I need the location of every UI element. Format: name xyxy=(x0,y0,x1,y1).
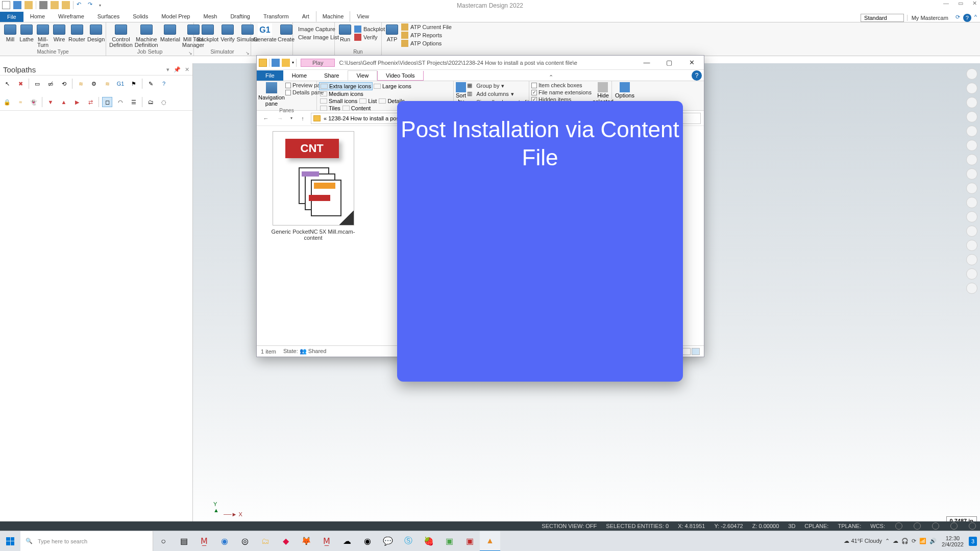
app-brave-icon[interactable]: ◆ xyxy=(276,531,296,552)
qat-print-icon[interactable] xyxy=(39,1,47,9)
tab-file[interactable]: File xyxy=(0,12,23,22)
sync-icon[interactable]: ⟳ xyxy=(955,14,960,22)
atp-options-button[interactable]: ATP Options xyxy=(401,40,452,47)
tab-transform[interactable]: Transform xyxy=(257,11,296,22)
explorer-close-button[interactable]: ✕ xyxy=(680,56,703,70)
add-columns-button[interactable]: ▥Add columns ▾ xyxy=(467,90,529,97)
verify-button[interactable]: Verify xyxy=(220,23,235,42)
app-firefox-icon[interactable]: 🦊 xyxy=(296,531,316,552)
tray-headset-icon[interactable]: 🎧 xyxy=(901,538,909,544)
app-signal-icon[interactable]: 💬 xyxy=(378,531,398,552)
app-mastercam22b-icon[interactable]: M̲ xyxy=(316,531,337,552)
minimize-button[interactable]: — xyxy=(943,0,949,7)
rail-more4[interactable] xyxy=(966,268,977,280)
tab-surfaces[interactable]: Surfaces xyxy=(91,11,126,22)
tab-view[interactable]: View xyxy=(350,11,376,22)
tp-list-icon[interactable]: ☰ xyxy=(129,97,139,107)
panel-dropdown-icon[interactable]: ▾ xyxy=(166,66,169,73)
router-button[interactable]: Router xyxy=(68,23,85,48)
tab-wireframe[interactable]: Wireframe xyxy=(52,11,91,22)
app-recorder-icon[interactable]: ▣ xyxy=(459,531,480,552)
mill-turn-button[interactable]: Mill-Turn xyxy=(36,23,50,48)
tp-flag-icon[interactable]: ⚑ xyxy=(129,79,139,89)
tab-machine[interactable]: Machine xyxy=(316,11,351,22)
tab-art[interactable]: Art xyxy=(296,11,316,22)
app-edge-icon[interactable]: ◉ xyxy=(214,531,235,552)
filename-ext-toggle[interactable]: ✓File name extensions xyxy=(531,89,592,95)
mill-button[interactable]: Mill xyxy=(3,23,17,48)
tp-help-icon[interactable]: ? xyxy=(159,79,169,89)
tab-model-prep[interactable]: Model Prep xyxy=(155,11,197,22)
wire-button[interactable]: Wire xyxy=(52,23,66,48)
job-setup-launcher-icon[interactable]: ↘ xyxy=(188,51,192,56)
nav-forward-button[interactable]: → xyxy=(274,112,286,124)
group-by-button[interactable]: ▦Group by ▾ xyxy=(467,82,529,89)
layout-small[interactable]: Small icons xyxy=(319,97,358,105)
item-checkboxes-toggle[interactable]: Item check boxes xyxy=(531,82,592,88)
atp-button[interactable]: ATP xyxy=(385,23,399,47)
rail-more1[interactable] xyxy=(966,226,977,237)
lathe-button[interactable]: Lathe xyxy=(19,23,34,48)
tray-sync-icon[interactable]: ⟳ xyxy=(912,538,916,544)
status-orb3-icon[interactable] xyxy=(932,522,939,530)
app-cloud-icon[interactable]: ☁ xyxy=(337,531,357,552)
create-button[interactable]: Create xyxy=(278,23,295,42)
tab-solids[interactable]: Solids xyxy=(126,11,155,22)
tp-stack-icon[interactable]: ≋ xyxy=(102,79,112,89)
atp-current-file-button[interactable]: ATP Current File xyxy=(401,23,452,31)
tp-g1-icon[interactable]: G1 xyxy=(115,79,126,89)
tp-tree-icon[interactable]: 🗂 xyxy=(145,97,156,107)
tp-gear-icon[interactable]: ⚙ xyxy=(89,79,99,89)
maximize-button[interactable]: ▭ xyxy=(958,0,963,7)
notifications-icon[interactable]: 3 xyxy=(969,537,977,546)
nav-back-button[interactable]: ← xyxy=(260,112,272,124)
close-button[interactable]: ✕ xyxy=(972,0,977,7)
status-orb1-icon[interactable] xyxy=(895,522,902,530)
image-capture-button[interactable]: Image Capture xyxy=(296,26,331,33)
run-verify-button[interactable]: Verify xyxy=(354,34,385,41)
explorer-help-icon[interactable]: ? xyxy=(692,70,702,81)
tray-onedrive-icon[interactable]: ☁ xyxy=(893,538,898,544)
options-button[interactable]: Options xyxy=(614,82,635,103)
tp-cursor-icon[interactable]: ↖ xyxy=(2,79,12,89)
qat-redo-icon[interactable]: ↷ xyxy=(88,1,96,9)
nav-recent-button[interactable]: ▾ xyxy=(288,112,295,124)
tp-swap-icon[interactable]: ⇄ xyxy=(85,97,95,107)
status-orb2-icon[interactable] xyxy=(914,522,921,530)
rail-view[interactable] xyxy=(966,168,977,180)
app-camtasia-icon[interactable]: ▣ xyxy=(439,531,459,552)
taskbar-search[interactable]: 🔍 Type here to search xyxy=(20,531,153,552)
explorer-maximize-button[interactable]: ▢ xyxy=(658,56,680,70)
qat-undo-icon[interactable]: ↶ xyxy=(77,1,85,9)
atp-reports-button[interactable]: ATP Reports xyxy=(401,32,452,39)
status-wcs[interactable]: WCS: xyxy=(870,523,885,529)
rail-more2[interactable] xyxy=(966,240,977,251)
ribbon-collapse-icon[interactable]: ^ xyxy=(974,14,977,22)
qat-dropdown-icon[interactable]: ▾ xyxy=(99,3,101,8)
tp-deselect-icon[interactable]: ▭̸ xyxy=(45,79,56,89)
rail-section[interactable] xyxy=(966,140,977,151)
tab-mesh[interactable]: Mesh xyxy=(197,11,224,22)
panel-pin-icon[interactable]: 📌 xyxy=(174,66,181,73)
rail-rotate[interactable] xyxy=(966,126,977,137)
tp-thread-icon[interactable]: ⟲ xyxy=(59,79,69,89)
file-item[interactable]: CNT Generic PocketNC 5X Mill.mcam-conten… xyxy=(266,131,360,241)
machine-definition-button[interactable]: MachineDefinition xyxy=(135,23,158,48)
tp-box-icon[interactable]: ◻ xyxy=(102,97,112,107)
view-large-icon[interactable] xyxy=(692,348,700,355)
layout-large[interactable]: Large icons xyxy=(373,82,412,90)
rail-material[interactable] xyxy=(966,211,977,222)
tp-x-icon[interactable]: ✖ xyxy=(15,79,26,89)
tray-volume-icon[interactable]: 🔊 xyxy=(929,538,937,544)
app-chrome-icon[interactable]: ◎ xyxy=(235,531,255,552)
app-explorer-icon[interactable]: 🗂 xyxy=(255,531,276,552)
explorer-qat-dropdown-icon[interactable]: ▾ xyxy=(292,60,294,65)
tray-wifi-icon[interactable]: 📶 xyxy=(919,538,926,544)
rail-more5[interactable] xyxy=(966,283,977,294)
explorer-tab-file[interactable]: File xyxy=(257,70,283,81)
explorer-props-icon[interactable] xyxy=(272,59,280,67)
rail-shade[interactable] xyxy=(966,183,977,194)
tp-explode-icon[interactable]: ≋ xyxy=(76,79,86,89)
qat-new-icon[interactable] xyxy=(2,1,10,9)
backplot-button[interactable]: Backplot xyxy=(197,23,218,42)
